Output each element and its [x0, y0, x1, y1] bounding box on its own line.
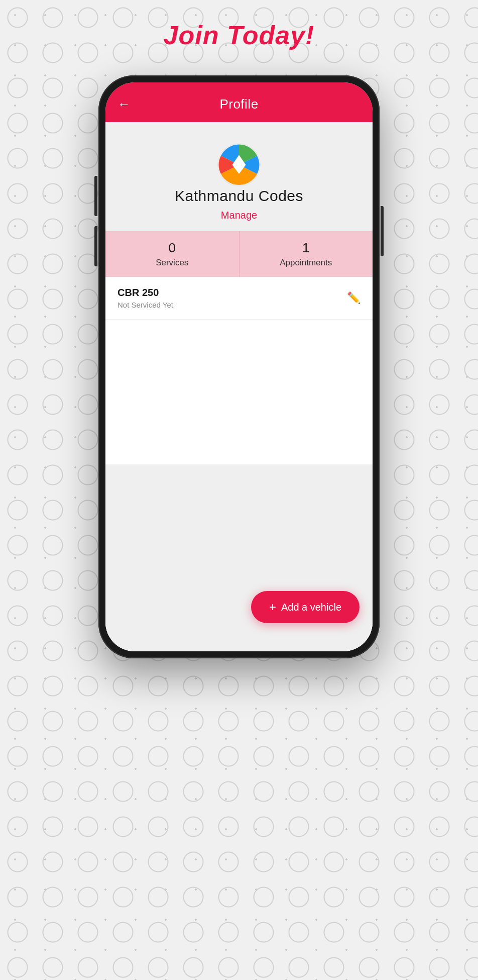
services-label: Services	[156, 258, 188, 268]
app-content: Kathmandu Codes Manage 0 Services 1 Appo…	[105, 122, 373, 651]
app-logo	[216, 142, 262, 187]
phone-shell: ← Profile	[98, 75, 380, 658]
stats-row: 0 Services 1 Appointments	[105, 231, 373, 277]
vehicle-name: CBR 250	[117, 287, 173, 299]
phone-screen: ← Profile	[105, 82, 373, 651]
appointments-count: 1	[302, 240, 309, 256]
profile-section: Kathmandu Codes Manage	[105, 122, 373, 231]
vehicle-item[interactable]: CBR 250 Not Serviced Yet ✏️	[105, 277, 373, 320]
manage-link[interactable]: Manage	[221, 210, 257, 221]
appointments-label: Appointments	[280, 258, 332, 268]
page-title: Join Today!	[164, 20, 315, 50]
add-vehicle-label: Add a vehicle	[281, 602, 341, 613]
back-button[interactable]: ←	[117, 96, 131, 112]
edit-vehicle-icon[interactable]: ✏️	[347, 291, 361, 305]
phone-device: ← Profile	[98, 75, 380, 658]
plus-icon: +	[269, 600, 276, 614]
empty-area	[105, 464, 373, 652]
profile-name: Kathmandu Codes	[175, 187, 303, 205]
stat-appointments[interactable]: 1 Appointments	[240, 231, 373, 277]
app-header: ← Profile	[105, 82, 373, 122]
header-title: Profile	[219, 96, 258, 112]
services-count: 0	[169, 240, 176, 256]
vehicle-list: CBR 250 Not Serviced Yet ✏️	[105, 277, 373, 464]
vehicle-status: Not Serviced Yet	[117, 301, 173, 309]
add-vehicle-button[interactable]: + Add a vehicle	[251, 591, 360, 623]
stat-services[interactable]: 0 Services	[105, 231, 240, 277]
vehicle-info: CBR 250 Not Serviced Yet	[117, 287, 173, 309]
